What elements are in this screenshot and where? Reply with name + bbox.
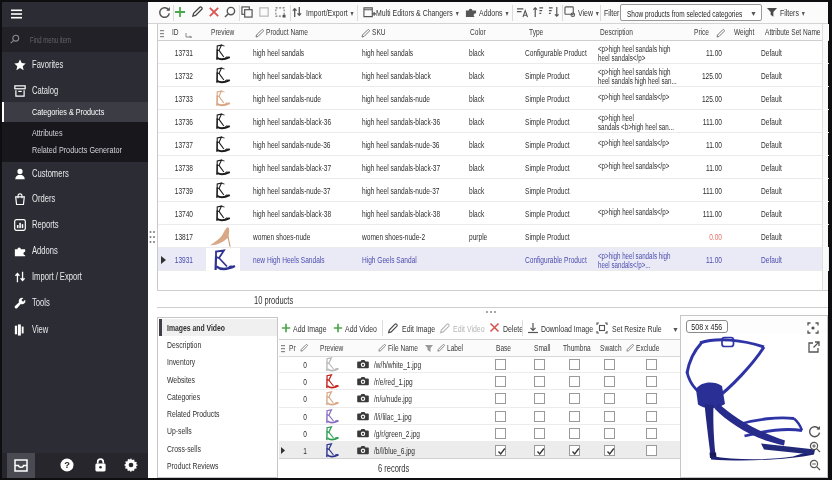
svg-text:?: ? [64,460,70,470]
